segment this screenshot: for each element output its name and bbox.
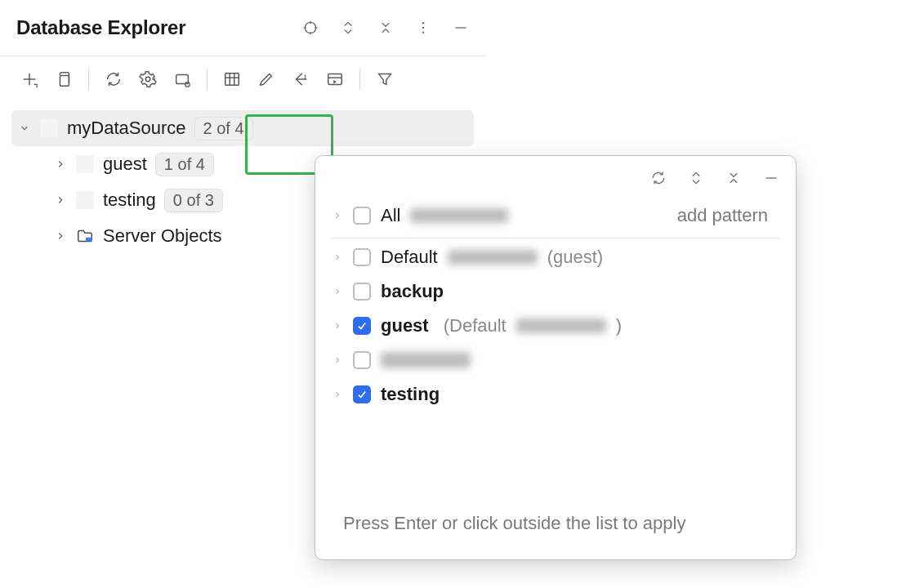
add-pattern-link[interactable]: add pattern xyxy=(677,205,768,226)
schema-count-badge[interactable]: 1 of 4 xyxy=(155,153,214,176)
popup-row-label: guest xyxy=(381,315,429,336)
toolbar-separator xyxy=(88,69,89,90)
chevron-right-icon[interactable] xyxy=(332,210,343,221)
add-icon[interactable] xyxy=(18,68,41,91)
popup-footer-hint: Press Enter or click outside the list to… xyxy=(315,510,796,559)
popup-row-all[interactable]: All xyxy=(332,198,508,233)
checkbox-checked[interactable] xyxy=(353,317,371,335)
disconnect-icon[interactable] xyxy=(171,68,194,91)
collapse-all-icon[interactable] xyxy=(376,18,395,38)
edit-icon[interactable] xyxy=(255,68,278,91)
chevron-right-icon[interactable] xyxy=(332,286,343,297)
popup-row-item[interactable] xyxy=(332,343,779,377)
popup-row-label: All xyxy=(381,205,400,226)
refresh-icon[interactable] xyxy=(102,68,125,91)
svg-rect-24 xyxy=(86,238,91,242)
svg-rect-15 xyxy=(225,74,239,86)
chevron-down-icon[interactable] xyxy=(18,122,31,135)
more-icon[interactable] xyxy=(413,18,433,38)
folder-icon xyxy=(75,226,95,246)
svg-point-5 xyxy=(422,22,425,24)
chevron-right-icon[interactable] xyxy=(332,389,343,400)
console-icon[interactable] xyxy=(324,68,346,91)
schema-icon xyxy=(75,154,95,174)
minimize-icon[interactable] xyxy=(451,18,471,38)
tree-node-label: myDataSource xyxy=(67,118,186,139)
chevron-right-icon[interactable] xyxy=(332,354,343,366)
redacted-text xyxy=(516,318,606,333)
redacted-text xyxy=(448,250,538,265)
popup-row-label: testing xyxy=(381,384,440,405)
svg-rect-11 xyxy=(60,75,69,86)
target-icon[interactable] xyxy=(301,18,320,38)
header-toolbar xyxy=(301,18,471,38)
tree-node-label: guest xyxy=(103,154,147,175)
chevron-right-icon[interactable] xyxy=(332,320,343,332)
schema-count-badge[interactable]: 2 of 4 xyxy=(194,117,253,140)
refresh-icon[interactable] xyxy=(649,168,668,188)
schema-icon xyxy=(75,190,95,210)
tree-datasource-row[interactable]: myDataSource 2 of 4 xyxy=(11,110,474,146)
tree-node-label: testing xyxy=(103,189,156,211)
popup-row-suffix: (Default xyxy=(444,315,507,336)
chevron-right-icon[interactable] xyxy=(54,194,67,207)
popup-row-default[interactable]: Default (guest) xyxy=(332,240,779,274)
chevron-right-icon[interactable] xyxy=(332,252,343,263)
filter-icon[interactable] xyxy=(373,68,396,91)
tree-node-label: Server Objects xyxy=(103,225,222,247)
svg-point-7 xyxy=(422,32,425,34)
svg-point-0 xyxy=(305,22,315,33)
settings-icon[interactable] xyxy=(136,68,159,91)
duplicate-icon[interactable] xyxy=(52,68,75,91)
collapse-all-icon[interactable] xyxy=(724,168,743,188)
schema-count-badge[interactable]: 0 of 3 xyxy=(164,189,223,212)
popup-row-label: Default xyxy=(381,247,438,268)
popup-row-suffix: (guest) xyxy=(547,247,603,268)
checkbox-checked[interactable] xyxy=(353,385,371,403)
toolbar-separator xyxy=(207,69,208,90)
jump-icon[interactable] xyxy=(289,68,312,91)
panel-title: Database Explorer xyxy=(16,16,301,39)
table-icon[interactable] xyxy=(221,68,243,91)
redacted-text xyxy=(381,352,471,368)
schema-selection-popup: All add pattern Default (guest) backup g… xyxy=(315,155,797,560)
popup-row-guest[interactable]: guest (Default ) xyxy=(332,309,779,343)
expand-collapse-icon[interactable] xyxy=(338,18,358,38)
popup-row-testing[interactable]: testing xyxy=(332,377,779,412)
checkbox[interactable] xyxy=(353,248,371,266)
svg-point-6 xyxy=(422,27,425,29)
popup-row-backup[interactable]: backup xyxy=(332,274,779,309)
svg-point-12 xyxy=(145,77,150,82)
checkbox[interactable] xyxy=(353,283,371,301)
checkbox[interactable] xyxy=(353,351,371,369)
chevron-right-icon[interactable] xyxy=(54,158,67,171)
toolbar-separator xyxy=(359,69,360,90)
panel-header: Database Explorer xyxy=(0,0,485,56)
popup-body: All add pattern Default (guest) backup g… xyxy=(315,195,796,412)
redacted-text xyxy=(410,208,508,223)
chevron-right-icon[interactable] xyxy=(54,229,67,243)
datasource-icon xyxy=(39,118,59,138)
minimize-icon[interactable] xyxy=(761,168,781,188)
separator xyxy=(332,238,779,238)
popup-row-suffix: ) xyxy=(616,315,622,336)
popup-toolbar xyxy=(315,156,796,195)
toolbar xyxy=(0,56,485,102)
svg-marker-23 xyxy=(333,80,337,84)
checkbox[interactable] xyxy=(353,207,371,225)
svg-rect-21 xyxy=(328,74,342,85)
popup-row-label: backup xyxy=(381,281,444,302)
expand-collapse-icon[interactable] xyxy=(686,168,706,188)
